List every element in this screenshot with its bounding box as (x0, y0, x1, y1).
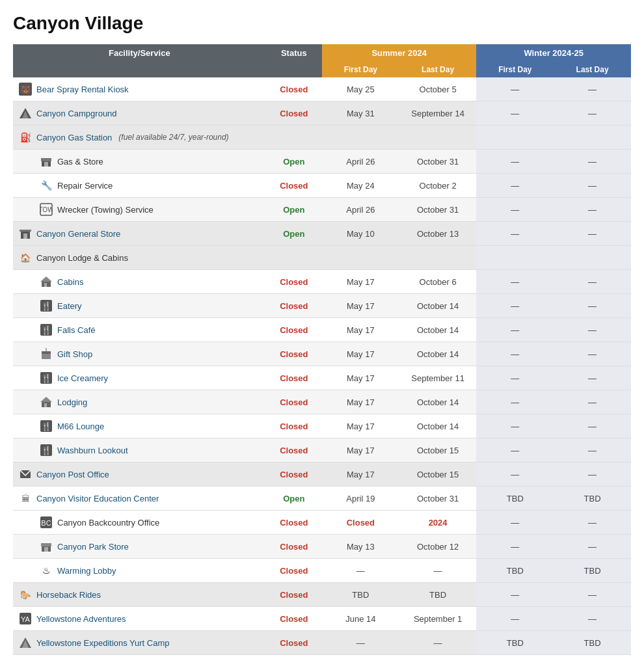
svg-marker-31 (40, 397, 52, 402)
facility-link-yellowstone-adventures[interactable]: Yellowstone Adventures (36, 614, 126, 624)
facility-name-ice-creamery[interactable]: Ice Creamery (57, 373, 108, 383)
facility-name-canyon-visitor-center[interactable]: Canyon Visitor Education Center (36, 494, 159, 503)
facility-link-canyon-post-office[interactable]: Canyon Post Office (36, 470, 109, 479)
table-row-canyon-campground: Canyon CampgroundClosedMay 31September 1… (13, 101, 631, 126)
table-row-falls-cafe: 🍴Falls CaféClosedMay 17October 14—— (13, 318, 631, 342)
facility-link-bear-spray[interactable]: Bear Spray Rental Kiosk (36, 85, 129, 94)
winter-header: Winter 2024-25 (476, 44, 631, 62)
facility-cell-ice-creamery: 🍴Ice Creamery (13, 366, 266, 390)
summer-last-bear-spray: October 5 (399, 77, 477, 101)
facility-cell-cabins: Cabins (13, 270, 266, 294)
winter-last-canyon-campground: — (554, 101, 631, 126)
facility-subtitle-canyon-gas-station: (fuel available 24/7, year-round) (118, 133, 228, 142)
status-cell-falls-cafe: Closed (266, 318, 322, 342)
status-cell-warming-lobby: Closed (266, 559, 322, 583)
winter-last-lodging: — (554, 390, 631, 414)
winter-first-falls-cafe: — (476, 318, 554, 342)
svg-text:🍴: 🍴 (41, 421, 52, 432)
facility-link-gift-shop[interactable]: Gift Shop (57, 349, 92, 359)
winter-first-repair-service: — (476, 174, 554, 198)
winter-last-canyon-post-office: — (554, 462, 631, 487)
facility-link-canyon-general-store[interactable]: Canyon General Store (36, 229, 120, 239)
summer-last-wrecker-service: October 31 (399, 198, 477, 222)
winter-first-cabins: — (476, 270, 554, 294)
general-icon (18, 226, 33, 241)
status-cell-m66-lounge: Closed (266, 414, 322, 438)
status-cell-canyon-backcountry: Closed (266, 511, 322, 535)
table-row-lodging: LodgingClosedMay 17October 14—— (13, 390, 631, 414)
facility-col-header (13, 62, 266, 77)
backcountry-icon: BC (39, 515, 53, 529)
svg-text:🍴: 🍴 (41, 445, 52, 456)
facility-name-lodging[interactable]: Lodging (57, 397, 87, 407)
svg-text:♨: ♨ (42, 565, 51, 576)
summer-first-ice-creamery: May 17 (322, 366, 399, 390)
table-row-yellowstone-expeditions: Yellowstone Expeditions Yurt CampClosed—… (13, 631, 631, 655)
table-row-repair-service: 🔧Repair ServiceClosedMay 24October 2—— (13, 174, 631, 198)
status-cell-canyon-gas-station (266, 126, 322, 150)
facility-link-m66-lounge[interactable]: M66 Lounge (57, 422, 104, 431)
yurt-icon (18, 636, 33, 650)
park-store-icon (39, 539, 53, 554)
facility-name-yellowstone-adventures[interactable]: Yellowstone Adventures (36, 614, 126, 624)
food-icon: 🍴 (39, 299, 53, 313)
facility-name-warming-lobby[interactable]: Warming Lobby (57, 566, 116, 576)
status-cell-gas-store: Open (266, 150, 322, 174)
winter-first-yellowstone-expeditions: TBD (476, 631, 554, 655)
facility-link-horseback-rides[interactable]: Horseback Rides (36, 590, 101, 600)
status-cell-lodging: Closed (266, 390, 322, 414)
winter-last-canyon-backcountry: — (554, 511, 631, 535)
table-row-wrecker-service: TOWWrecker (Towing) ServiceOpenApril 26O… (13, 198, 631, 222)
facility-name-yellowstone-expeditions[interactable]: Yellowstone Expeditions Yurt Camp (36, 638, 170, 648)
facility-name-bear-spray[interactable]: Bear Spray Rental Kiosk (36, 85, 129, 94)
facility-name-canyon-post-office[interactable]: Canyon Post Office (36, 470, 109, 479)
svg-rect-42 (41, 543, 51, 546)
wrench-icon: 🔧 (39, 178, 53, 193)
facility-link-yellowstone-expeditions[interactable]: Yellowstone Expeditions Yurt Camp (36, 638, 170, 648)
winter-last-yellowstone-adventures: — (554, 607, 631, 631)
winter-first-m66-lounge: — (476, 414, 554, 438)
table-row-gift-shop: Gift ShopClosedMay 17October 14—— (13, 342, 631, 366)
facility-name-eatery[interactable]: Eatery (57, 301, 82, 311)
facility-name-cabins[interactable]: Cabins (57, 277, 83, 287)
svg-text:🔧: 🔧 (41, 180, 53, 191)
facility-name-horseback-rides[interactable]: Horseback Rides (36, 590, 101, 600)
winter-first-wrecker-service: — (476, 198, 554, 222)
facility-name-gift-shop[interactable]: Gift Shop (57, 349, 92, 359)
summer-last-canyon-backcountry: 2024 (399, 511, 477, 535)
facility-link-lodging[interactable]: Lodging (57, 397, 87, 407)
facility-name-canyon-general-store[interactable]: Canyon General Store (36, 229, 120, 239)
winter-first-warming-lobby: TBD (476, 559, 554, 583)
facility-cell-wrecker-service: TOWWrecker (Towing) Service (13, 198, 266, 222)
facility-link-falls-cafe[interactable]: Falls Café (57, 325, 96, 335)
summer-first-horseback-rides: TBD (322, 583, 399, 607)
svg-rect-13 (23, 234, 27, 239)
facility-name-m66-lounge[interactable]: M66 Lounge (57, 422, 104, 431)
facility-name-falls-cafe[interactable]: Falls Café (57, 325, 96, 335)
facility-link-canyon-park-store[interactable]: Canyon Park Store (57, 542, 129, 552)
summer-first-washburn-lookout: May 17 (322, 438, 399, 462)
summer-last-canyon-gas-station (399, 126, 477, 150)
facility-link-cabins[interactable]: Cabins (57, 277, 83, 287)
food-icon: 🍴 (39, 371, 53, 385)
facility-link-canyon-gas-station[interactable]: Canyon Gas Station (36, 133, 112, 142)
table-row-washburn-lookout: 🍴Washburn LookoutClosedMay 17October 15—… (13, 438, 631, 462)
facility-link-eatery[interactable]: Eatery (57, 301, 82, 311)
status-cell-cabins: Closed (266, 270, 322, 294)
summer-last-m66-lounge: October 14 (399, 414, 477, 438)
facility-name-canyon-campground[interactable]: Canyon Campground (36, 109, 117, 118)
summer-first-canyon-backcountry: Closed (322, 511, 399, 535)
status-cell-horseback-rides: Closed (266, 583, 322, 607)
facility-name-gas-store: Gas & Store (57, 157, 103, 167)
winter-last-yellowstone-expeditions: TBD (554, 631, 631, 655)
facility-name-washburn-lookout[interactable]: Washburn Lookout (57, 446, 128, 455)
facility-link-canyon-visitor-center[interactable]: Canyon Visitor Education Center (36, 494, 159, 503)
facility-link-warming-lobby[interactable]: Warming Lobby (57, 566, 116, 576)
facility-link-washburn-lookout[interactable]: Washburn Lookout (57, 446, 128, 455)
facility-link-canyon-campground[interactable]: Canyon Campground (36, 109, 117, 118)
table-row-warming-lobby: ♨Warming LobbyClosed——TBDTBD (13, 559, 631, 583)
facility-link-ice-creamery[interactable]: Ice Creamery (57, 373, 108, 383)
summer-first-canyon-campground: May 31 (322, 101, 399, 126)
svg-text:🐻: 🐻 (21, 85, 31, 94)
facility-name-canyon-park-store[interactable]: Canyon Park Store (57, 542, 129, 552)
